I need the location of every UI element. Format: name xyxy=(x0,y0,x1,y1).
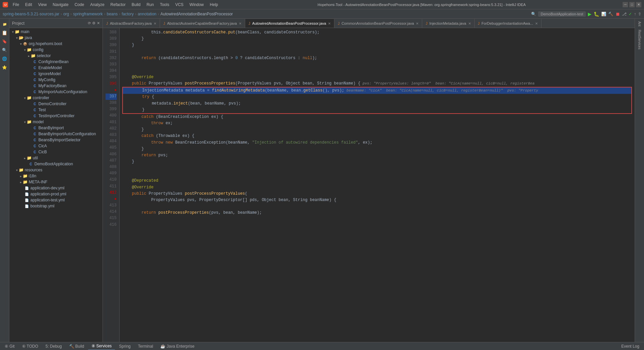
breadcrumb-springframework[interactable]: springframework xyxy=(73,12,103,16)
menu-build[interactable]: Build xyxy=(129,2,143,8)
app-icon: IJ xyxy=(3,2,8,7)
tab-close-ForDebuggerInstantiationAwa[interactable]: ✕ xyxy=(535,22,538,25)
tree-META-INF[interactable]: ▸ 📁 META-INF xyxy=(9,179,103,185)
favorites-icon[interactable]: ⭐ xyxy=(1,63,9,71)
breadcrumb-annotation[interactable]: annotation xyxy=(138,12,156,16)
find-icon[interactable]: 🔍 xyxy=(1,46,9,54)
menu-navigate[interactable]: Navigate xyxy=(50,2,71,8)
tab-CommonAnnotationBeanPostProcessor[interactable]: J CommonAnnotationBeanPostProcessor.java… xyxy=(334,19,422,28)
breadcrumb-beans[interactable]: beans xyxy=(107,12,118,16)
tree-bootstrap-yml[interactable]: 📄 bootstrap.yml xyxy=(9,203,103,209)
menu-help[interactable]: Help xyxy=(207,2,221,8)
tree-controller[interactable]: ▾ 📁 controller xyxy=(9,95,103,101)
code-content[interactable]: this.candidateConstructorsCache.put(bean… xyxy=(120,28,635,342)
tree-app-test-yml[interactable]: 📄 application-test.yml xyxy=(9,197,103,203)
tree-DemoController[interactable]: C DemoController xyxy=(9,101,103,107)
menu-run[interactable]: Run xyxy=(144,2,157,8)
breadcrumb-current[interactable]: AutowiredAnnotationBeanPostProcessor xyxy=(160,12,233,16)
tree-CicB[interactable]: C CicB xyxy=(9,149,103,155)
close-button[interactable]: ✕ xyxy=(636,2,641,7)
tree-resources[interactable]: ▾ 📁 resources xyxy=(9,167,103,173)
menu-window[interactable]: Window xyxy=(187,2,206,8)
tree-BeanByImport[interactable]: C BeanByImport xyxy=(9,125,103,131)
tab-close-InjectionMetadata[interactable]: ✕ xyxy=(468,22,471,25)
tab-build[interactable]: 🔨 Build xyxy=(66,343,88,350)
tab-AbstractAutowireCapableBeanFactory[interactable]: J AbstractAutowireCapableBeanFactory.jav… xyxy=(160,19,245,28)
stop-button[interactable]: ⏹ xyxy=(615,11,620,17)
tree-util[interactable]: ▸ 📁 util xyxy=(9,155,103,161)
menu-vcs[interactable]: VCS xyxy=(173,2,186,8)
breadcrumb-org[interactable]: org xyxy=(63,12,69,16)
coverage-button[interactable]: 📊 xyxy=(601,12,606,16)
git-icon[interactable]: ⎇ xyxy=(622,12,627,16)
project-icon[interactable]: 📁 xyxy=(1,20,9,28)
menu-code[interactable]: Code xyxy=(72,2,87,8)
tree-DemoBootApplication[interactable]: C DemoBootApplication xyxy=(9,161,103,167)
tree-boot-package[interactable]: ▾ 📦 org.hopehomi.boot xyxy=(9,41,103,47)
tree-app-dev-yml[interactable]: 📄 application-dev.yml xyxy=(9,185,103,191)
search-everywhere-icon[interactable]: 🔍 xyxy=(531,12,536,16)
menu-view[interactable]: View xyxy=(35,2,49,8)
tree-MyFactoryBean[interactable]: C MyFactoryBean xyxy=(9,83,103,89)
vcs-push-icon[interactable]: ⇧ xyxy=(638,12,641,16)
tab-services[interactable]: ⑧ Services xyxy=(88,342,115,350)
minimize-button[interactable]: ─ xyxy=(623,2,628,7)
tree-model[interactable]: ▾ 📁 model xyxy=(9,119,103,125)
tab-todo[interactable]: ⑥ TODO xyxy=(19,343,42,350)
project-sync-icon[interactable]: ⟳ xyxy=(88,21,91,25)
tree-Test[interactable]: C Test xyxy=(9,107,103,113)
tree-ConfigInnerBean[interactable]: C ConfigInnerBean xyxy=(9,59,103,65)
event-log-icon[interactable]: Event Log xyxy=(618,343,643,350)
bookmarks-icon[interactable]: 🔖 xyxy=(1,37,9,45)
tree-java[interactable]: ▾ 📂 java xyxy=(9,35,103,41)
tree-config[interactable]: ▾ 📁 config xyxy=(9,47,103,53)
tree-TestImportController[interactable]: C TestImportController xyxy=(9,113,103,119)
menu-file[interactable]: File xyxy=(10,2,22,8)
tree-app-prod-yml[interactable]: 📄 application-prod.yml xyxy=(9,191,103,197)
tab-close-CommonAnnotationBeanPostProcessor[interactable]: ✕ xyxy=(416,22,419,25)
menu-tools[interactable]: Tools xyxy=(157,2,172,8)
tab-terminal[interactable]: Terminal xyxy=(135,343,156,350)
tab-close-AbstractBeanFactory[interactable]: ✕ xyxy=(154,22,156,25)
rest-services-icon[interactable]: RestServices xyxy=(636,35,644,43)
tree-CicA[interactable]: C CicA xyxy=(9,143,103,149)
run-config-selector[interactable]: DemoBootApplication-test xyxy=(538,11,586,17)
breadcrumb-jar[interactable]: spring-beans-5.3.21-sources.jar xyxy=(3,12,59,16)
tab-ForDebuggerInstantiationAwa[interactable]: J ForDebuggerInstantiationAwa... ✕ xyxy=(475,19,542,28)
tab-spring[interactable]: Spring xyxy=(116,343,134,350)
tree-selector[interactable]: ▸ 📁 selector xyxy=(9,53,103,59)
web-icon[interactable]: 🌐 xyxy=(1,55,9,63)
breadcrumb-factory[interactable]: factory xyxy=(122,12,134,16)
build-button[interactable]: 🔨 xyxy=(608,12,613,16)
tree-MyImportAutoConfiguration[interactable]: C MyImportAutoConfiguration xyxy=(9,89,103,95)
tab-InjectionMetadata[interactable]: J InjectionMetadata.java ✕ xyxy=(422,19,474,28)
tab-git[interactable]: ⑥ Git xyxy=(1,343,18,350)
right-side-panel: Ant RestServices xyxy=(635,19,644,342)
tab-close-AutowiredAnnotationBeanPostProcessor[interactable]: ✕ xyxy=(328,22,331,25)
run-button[interactable]: ▶ xyxy=(588,11,592,17)
vcs-check-icon[interactable]: ✓ xyxy=(629,12,632,16)
tree-i18n[interactable]: ▸ 📁 i18n xyxy=(9,173,103,179)
tab-close-AbstractAutowireCapableBeanFactory[interactable]: ✕ xyxy=(239,22,241,25)
tree-BeansByImportSelector[interactable]: C BeansByImportSelector xyxy=(9,137,103,143)
tab-debug[interactable]: 5: Debug xyxy=(42,343,65,350)
tree-IgnoreModel[interactable]: C IgnoreModel xyxy=(9,71,103,77)
menu-refactor[interactable]: Refactor xyxy=(108,2,128,8)
menu-edit[interactable]: Edit xyxy=(22,2,35,8)
maximize-button[interactable]: □ xyxy=(629,2,635,7)
tab-AutowiredAnnotationBeanPostProcessor[interactable]: J AutowiredAnnotationBeanPostProcessor.j… xyxy=(245,19,334,28)
tree-main[interactable]: ▾ 📁 main xyxy=(9,29,103,35)
tab-java-enterprise[interactable]: ☕ Java Enterprise xyxy=(157,343,198,350)
main-layout: 📁 📋 🔖 🔍 🌐 ⭐ Project ⟳ ⚙ ✕ ▾ 📁 main ▾ xyxy=(0,19,644,342)
debug-button[interactable]: 🐛 xyxy=(594,11,599,17)
tree-BeanByImportAutoConfiguration[interactable]: C BeanByImportAutoConfiguration xyxy=(9,131,103,137)
vcs-update-icon[interactable]: ↑ xyxy=(634,12,636,16)
tree-EnableModel[interactable]: C EnableModel xyxy=(9,65,103,71)
menu-analyze[interactable]: Analyze xyxy=(88,2,107,8)
ant-icon[interactable]: Ant xyxy=(636,20,644,28)
tab-AbstractBeanFactory[interactable]: J AbstractBeanFactory.java ✕ xyxy=(103,19,160,28)
tree-MyConfig[interactable]: C MyConfig xyxy=(9,77,103,83)
project-options-icon[interactable]: ⚙ xyxy=(92,21,96,25)
structure-icon[interactable]: 📋 xyxy=(1,29,9,37)
project-close-icon[interactable]: ✕ xyxy=(97,21,100,25)
